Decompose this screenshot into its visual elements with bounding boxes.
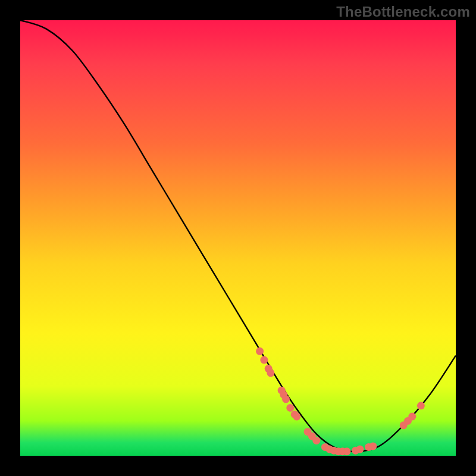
data-marker <box>369 442 377 450</box>
data-marker <box>267 369 274 377</box>
data-marker <box>260 356 268 364</box>
data-marker <box>286 404 294 412</box>
data-marker <box>256 347 264 355</box>
data-markers <box>256 347 425 455</box>
data-marker <box>408 413 416 421</box>
bottleneck-curve <box>20 20 456 452</box>
curve-svg <box>20 20 456 456</box>
data-marker <box>417 402 425 409</box>
chart-frame: TheBottleneck.com <box>0 0 476 476</box>
data-marker <box>343 447 351 455</box>
data-marker <box>293 413 300 421</box>
data-marker <box>282 395 290 403</box>
plot-area <box>20 20 456 456</box>
watermark-text: TheBottleneck.com <box>336 4 470 20</box>
data-marker <box>312 437 320 444</box>
data-marker <box>356 446 364 453</box>
